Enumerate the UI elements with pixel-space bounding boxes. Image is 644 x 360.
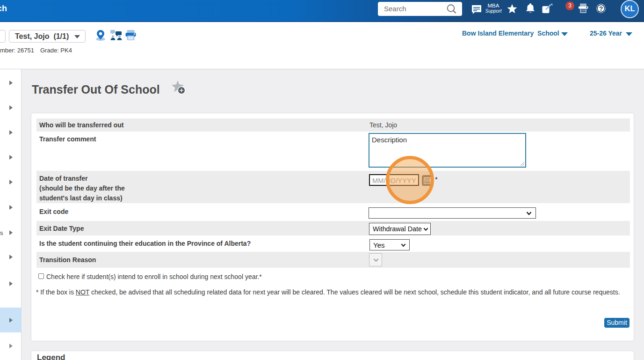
svg-text:?: ? (599, 5, 603, 12)
